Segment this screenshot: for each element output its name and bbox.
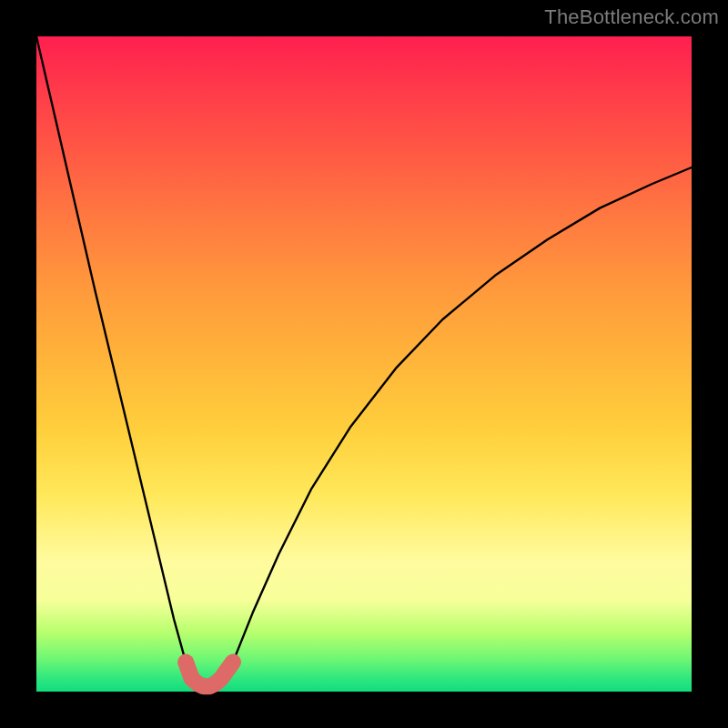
plot-area — [36, 36, 692, 692]
watermark-text: TheBottleneck.com — [544, 5, 719, 29]
bottleneck-curve — [36, 36, 692, 686]
curve-svg — [36, 36, 692, 692]
chart-frame: TheBottleneck.com — [0, 0, 728, 728]
bottleneck-minimum-highlight — [186, 662, 233, 687]
